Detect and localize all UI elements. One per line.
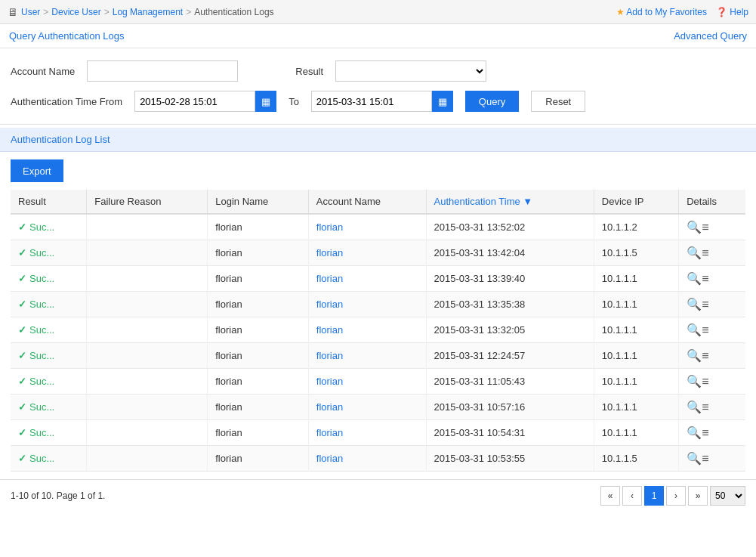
- detail-icon[interactable]: 🔍≡: [687, 375, 708, 388]
- cell-details: 🔍≡: [679, 420, 745, 446]
- detail-icon[interactable]: 🔍≡: [687, 272, 708, 285]
- cell-auth-time: 2015-03-31 10:54:31: [426, 420, 594, 446]
- calendar-icon: ▦: [261, 96, 270, 107]
- detail-icon[interactable]: 🔍≡: [687, 401, 708, 413]
- table-row: ✓ Suc... florian florian 2015-03-31 12:2…: [11, 343, 745, 369]
- cell-failure-reason: [87, 369, 208, 395]
- detail-icon[interactable]: 🔍≡: [687, 298, 708, 311]
- detail-icon[interactable]: 🔍≡: [687, 246, 708, 259]
- account-name-link[interactable]: florian: [316, 376, 343, 387]
- page-controls: « ‹ 1 › » 10 20 50 100: [600, 486, 745, 506]
- result-select[interactable]: Success Failure: [335, 60, 486, 82]
- account-name-input[interactable]: [87, 60, 238, 82]
- page-size-select[interactable]: 10 20 50 100: [710, 486, 745, 506]
- star-icon: ★: [616, 7, 625, 17]
- cell-auth-time: 2015-03-31 10:53:55: [426, 446, 594, 472]
- cell-auth-time: 2015-03-31 13:39:40: [426, 266, 594, 292]
- cell-login-name: florian: [208, 214, 309, 240]
- cell-account-name: florian: [308, 214, 426, 240]
- breadcrumb-device-user[interactable]: Device User: [51, 7, 100, 17]
- cell-failure-reason: [87, 317, 208, 343]
- table-row: ✓ Suc... florian florian 2015-03-31 11:0…: [11, 369, 745, 395]
- query-form: Account Name Result Success Failure Auth…: [0, 48, 756, 125]
- check-icon: ✓: [18, 273, 26, 284]
- cell-device-ip: 10.1.1.1: [594, 343, 678, 369]
- col-result: Result: [11, 190, 87, 214]
- add-favorites-label: Add to My Favorites: [626, 7, 707, 17]
- table-row: ✓ Suc... florian florian 2015-03-31 13:5…: [11, 214, 745, 240]
- account-name-link[interactable]: florian: [316, 401, 343, 413]
- cell-result: ✓ Suc...: [11, 369, 87, 395]
- detail-icon[interactable]: 🔍≡: [687, 349, 708, 362]
- breadcrumb-user[interactable]: User: [21, 7, 40, 17]
- col-account-name: Account Name: [308, 190, 426, 214]
- calendar-to-btn[interactable]: ▦: [432, 91, 453, 112]
- account-name-label: Account Name: [11, 66, 75, 77]
- cell-login-name: florian: [208, 446, 309, 472]
- result-text: Suc...: [29, 401, 54, 413]
- breadcrumb-log-management[interactable]: Log Management: [113, 7, 183, 17]
- cell-result: ✓ Suc...: [11, 292, 87, 317]
- next-page-btn[interactable]: ›: [666, 486, 686, 506]
- result-text: Suc...: [29, 247, 54, 258]
- date-from-wrap: ▦: [134, 91, 276, 112]
- date-from-input[interactable]: [134, 91, 255, 112]
- cell-result: ✓ Suc...: [11, 343, 87, 369]
- calendar-icon2: ▦: [438, 96, 447, 107]
- cell-auth-time: 2015-03-31 13:52:02: [426, 214, 594, 240]
- breadcrumb-current: Authentication Logs: [194, 7, 273, 17]
- top-right-actions: ★ Add to My Favorites ❓ Help: [616, 7, 748, 17]
- account-name-link[interactable]: florian: [316, 453, 343, 464]
- detail-icon[interactable]: 🔍≡: [687, 221, 708, 234]
- account-name-link[interactable]: florian: [316, 221, 343, 233]
- cell-account-name: florian: [308, 395, 426, 420]
- account-name-link[interactable]: florian: [316, 247, 343, 258]
- account-name-link[interactable]: florian: [316, 427, 343, 438]
- form-row-time: Authentication Time From ▦ To ▦ Query Re…: [11, 91, 745, 112]
- cell-result: ✓ Suc...: [11, 446, 87, 472]
- col-auth-time[interactable]: Authentication Time ▼: [426, 190, 594, 214]
- account-name-link[interactable]: florian: [316, 273, 343, 284]
- first-page-btn[interactable]: «: [600, 486, 620, 506]
- cell-account-name: florian: [308, 420, 426, 446]
- cell-failure-reason: [87, 343, 208, 369]
- detail-icon[interactable]: 🔍≡: [687, 452, 708, 465]
- cell-failure-reason: [87, 395, 208, 420]
- page-1-btn[interactable]: 1: [644, 486, 664, 506]
- detail-icon[interactable]: 🔍≡: [687, 426, 708, 439]
- account-name-link[interactable]: florian: [316, 324, 343, 336]
- cell-login-name: florian: [208, 343, 309, 369]
- detail-icon[interactable]: 🔍≡: [687, 323, 708, 336]
- last-page-btn[interactable]: »: [688, 486, 708, 506]
- account-name-link[interactable]: florian: [316, 299, 343, 310]
- result-text: Suc...: [29, 273, 54, 284]
- col-failure-reason: Failure Reason: [87, 190, 208, 214]
- cell-device-ip: 10.1.1.1: [594, 317, 678, 343]
- cell-details: 🔍≡: [679, 395, 745, 420]
- date-to-input[interactable]: [311, 91, 432, 112]
- section-title: Authentication Log List: [11, 134, 110, 145]
- cell-login-name: florian: [208, 395, 309, 420]
- cell-device-ip: 10.1.1.2: [594, 214, 678, 240]
- top-bar: 🖥 User > Device User > Log Management > …: [0, 0, 756, 24]
- sort-icon: ▼: [523, 196, 532, 207]
- reset-button[interactable]: Reset: [531, 91, 585, 112]
- help-link[interactable]: ❓ Help: [716, 7, 748, 17]
- export-button[interactable]: Export: [11, 159, 63, 182]
- help-label: Help: [730, 7, 748, 17]
- prev-page-btn[interactable]: ‹: [622, 486, 642, 506]
- pagination-bar: 1-10 of 10. Page 1 of 1. « ‹ 1 › » 10 20…: [0, 479, 756, 512]
- advanced-query-link[interactable]: Advanced Query: [674, 30, 747, 42]
- account-name-link[interactable]: florian: [316, 350, 343, 361]
- cell-details: 🔍≡: [679, 446, 745, 472]
- result-text: Suc...: [29, 221, 54, 233]
- calendar-from-btn[interactable]: ▦: [255, 91, 276, 112]
- cell-account-name: florian: [308, 446, 426, 472]
- cell-account-name: florian: [308, 292, 426, 317]
- cell-account-name: florian: [308, 240, 426, 266]
- add-favorites-link[interactable]: ★ Add to My Favorites: [616, 7, 707, 17]
- query-button[interactable]: Query: [465, 91, 519, 112]
- page-title: Query Authentication Logs: [9, 30, 125, 42]
- cell-details: 🔍≡: [679, 369, 745, 395]
- cell-details: 🔍≡: [679, 240, 745, 266]
